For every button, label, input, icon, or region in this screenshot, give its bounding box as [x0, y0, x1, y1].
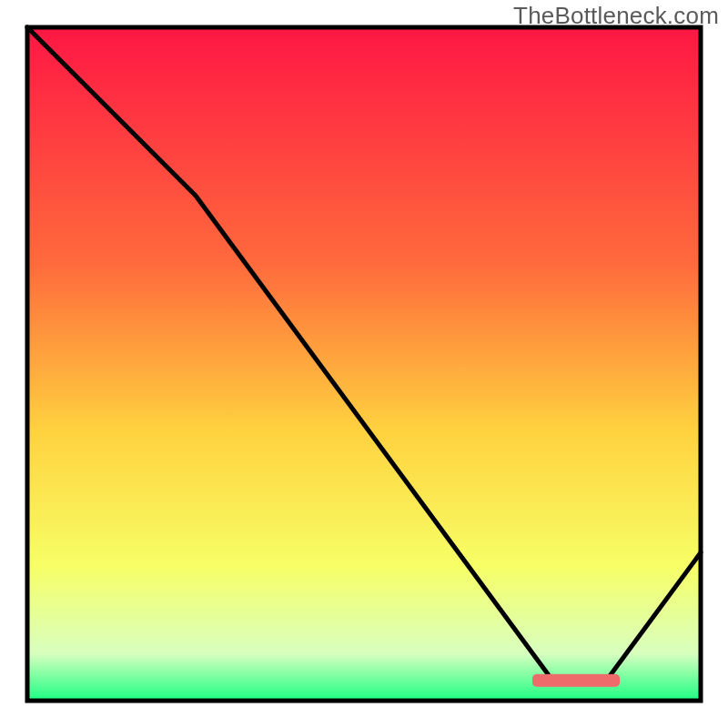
watermark-text: TheBottleneck.com	[513, 2, 719, 30]
optimum-marker	[532, 674, 620, 687]
chart-container: TheBottleneck.com	[0, 0, 728, 728]
bottleneck-chart	[0, 0, 728, 728]
